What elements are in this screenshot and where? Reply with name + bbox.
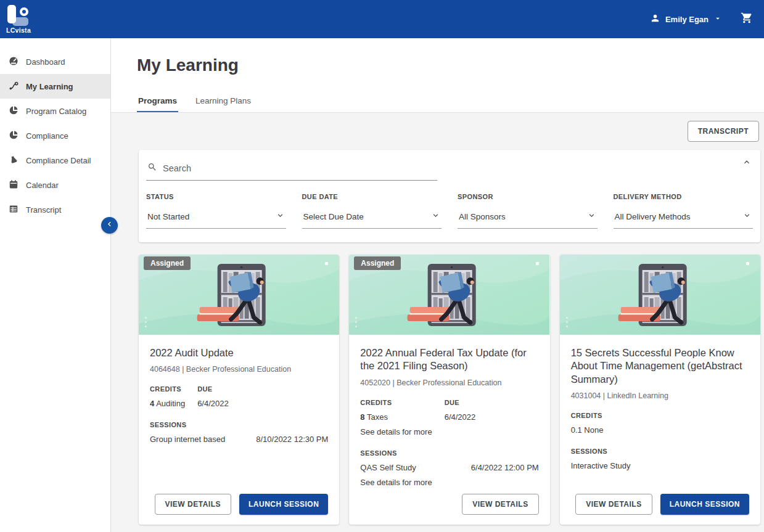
filter-label: DUE DATE <box>302 193 442 200</box>
sidebar-item-label: Compliance Detail <box>26 156 91 165</box>
filter-label: STATUS <box>146 193 286 200</box>
user-icon <box>650 13 660 25</box>
sidebar-item-label: Program Catalog <box>26 107 86 116</box>
sessions-section: SESSIONS Interactive Study <box>571 448 749 470</box>
card-corner-dot <box>325 262 328 265</box>
sessions-see-more: See details for more <box>360 478 538 487</box>
my-learning-icon <box>9 81 18 92</box>
cart-button[interactable] <box>741 12 753 27</box>
course-meta: 4064648 | Becker Professional Education <box>150 365 328 374</box>
due-label: DUE <box>197 385 229 393</box>
sidebar-item-label: Dashboard <box>26 57 65 67</box>
status-select-value: Not Started <box>147 212 189 221</box>
course-title: 15 Secrets Successful People Know About … <box>571 346 749 386</box>
tab-programs[interactable]: Programs <box>137 90 178 112</box>
decorative-dots <box>355 317 357 327</box>
course-card: 15 Secrets Successful People Know About … <box>560 255 760 525</box>
transcript-icon <box>9 204 18 216</box>
page-header: My Learning Programs Learning Plans <box>111 38 764 113</box>
launch-session-button[interactable]: LAUNCH SESSION <box>239 494 328 515</box>
course-card: Assigned 2022 Audit Update 4064648 | Bec… <box>139 255 339 525</box>
filter-status: STATUS Not Started <box>146 193 286 229</box>
credits-label: CREDITS <box>571 412 604 419</box>
sidebar-item-dashboard[interactable]: Dashboard <box>0 49 110 74</box>
filter-label: SPONSOR <box>458 193 598 200</box>
filter-delivery-method: DELIVERY METHOD All Delivery Methods <box>614 193 754 229</box>
sidebar-item-label: My Learning <box>26 82 73 91</box>
sidebar-item-my-learning[interactable]: My Learning <box>0 74 110 99</box>
decorative-dots <box>145 317 147 327</box>
sessions-label: SESSIONS <box>360 449 538 457</box>
sidebar: Dashboard My Learning Program Catalog Co… <box>0 38 111 532</box>
chevron-left-icon <box>105 219 114 231</box>
credits-type: None <box>584 425 603 435</box>
course-image: Assigned <box>349 255 549 335</box>
sessions-label: SESSIONS <box>571 448 749 455</box>
tab-bar: Programs Learning Plans <box>137 90 764 112</box>
filter-label: DELIVERY METHOD <box>614 193 754 200</box>
card-corner-dot <box>746 262 749 265</box>
course-meta: 4052020 | Becker Professional Education <box>360 379 538 387</box>
caret-down-icon <box>713 14 722 25</box>
launch-session-button[interactable]: LAUNCH SESSION <box>660 494 749 515</box>
sessions-label: SESSIONS <box>150 421 328 428</box>
program-catalog-icon <box>9 105 18 117</box>
sponsor-select-value: All Sponsors <box>459 212 506 221</box>
transcript-button[interactable]: TRANSCRIPT <box>688 121 759 142</box>
credits-section: CREDITS 8 Taxes See details for more <box>360 399 432 436</box>
due-value: 6/4/2022 <box>197 399 229 408</box>
view-details-button[interactable]: VIEW DETAILS <box>575 494 652 515</box>
credits-type: Auditing <box>156 399 185 408</box>
due-section: DUE 6/4/2022 <box>445 399 476 422</box>
filter-sponsor: SPONSOR All Sponsors <box>458 193 598 229</box>
due-value: 6/4/2022 <box>445 412 476 422</box>
calendar-icon <box>9 179 18 191</box>
due-label: DUE <box>445 399 476 406</box>
sessions-section: SESSIONS QAS Self Study 6/4/2022 12:00 P… <box>360 449 538 487</box>
top-bar: LCvista Emily Egan <box>0 0 764 38</box>
page-title: My Learning <box>137 55 764 75</box>
due-date-select[interactable]: Select Due Date <box>302 210 442 229</box>
user-menu[interactable]: Emily Egan <box>650 13 722 25</box>
due-section: DUE 6/4/2022 <box>197 385 229 408</box>
view-details-button[interactable]: VIEW DETAILS <box>155 494 231 515</box>
course-image: Assigned <box>139 255 339 335</box>
assigned-badge: Assigned <box>354 256 401 270</box>
lcvista-logo-text: LCvista <box>6 27 31 34</box>
filter-collapse-button[interactable] <box>742 157 752 170</box>
sessions-section: SESSIONS Group internet based 8/10/2022 … <box>150 421 328 444</box>
sidebar-collapse-button[interactable] <box>101 217 118 234</box>
sidebar-item-compliance[interactable]: Compliance <box>0 123 110 148</box>
delivery-method-select[interactable]: All Delivery Methods <box>614 210 754 229</box>
lcvista-logo[interactable]: LCvista <box>6 5 32 34</box>
status-select[interactable]: Not Started <box>146 210 286 229</box>
view-details-button[interactable]: VIEW DETAILS <box>462 494 538 515</box>
user-name: Emily Egan <box>665 15 709 24</box>
sidebar-item-program-catalog[interactable]: Program Catalog <box>0 99 110 123</box>
credits-section: CREDITS 4 Auditing <box>150 385 185 408</box>
compliance-detail-icon <box>9 155 18 166</box>
delivery-method-select-value: All Delivery Methods <box>615 212 691 221</box>
sidebar-item-label: Compliance <box>26 131 68 141</box>
session-time: 8/10/2022 12:30 PM <box>256 435 328 444</box>
session-name: QAS Self Study <box>360 463 416 472</box>
search-input[interactable] <box>163 163 436 173</box>
sponsor-select[interactable]: All Sponsors <box>458 210 598 229</box>
card-corner-dot <box>536 262 539 265</box>
credits-section: CREDITS 0.1 None <box>571 412 604 435</box>
sidebar-item-label: Calendar <box>26 181 59 190</box>
content-area: TRANSCRIPT STATUS Not Started <box>111 113 764 532</box>
chevron-down-icon <box>431 211 440 222</box>
sidebar-item-label: Transcript <box>26 205 61 215</box>
search-icon <box>147 162 157 174</box>
sidebar-item-transcript[interactable]: Transcript <box>0 197 110 222</box>
filter-due-date: DUE DATE Select Due Date <box>302 193 442 229</box>
main-content: My Learning Programs Learning Plans TRAN… <box>111 38 764 532</box>
sidebar-item-compliance-detail[interactable]: Compliance Detail <box>0 148 110 173</box>
course-card: Assigned 2022 Annual Federal Tax Update … <box>349 255 549 525</box>
credits-label: CREDITS <box>150 385 185 393</box>
sidebar-item-calendar[interactable]: Calendar <box>0 173 110 197</box>
course-title: 2022 Audit Update <box>150 346 328 359</box>
search-field[interactable] <box>146 160 437 181</box>
tab-learning-plans[interactable]: Learning Plans <box>194 90 252 112</box>
